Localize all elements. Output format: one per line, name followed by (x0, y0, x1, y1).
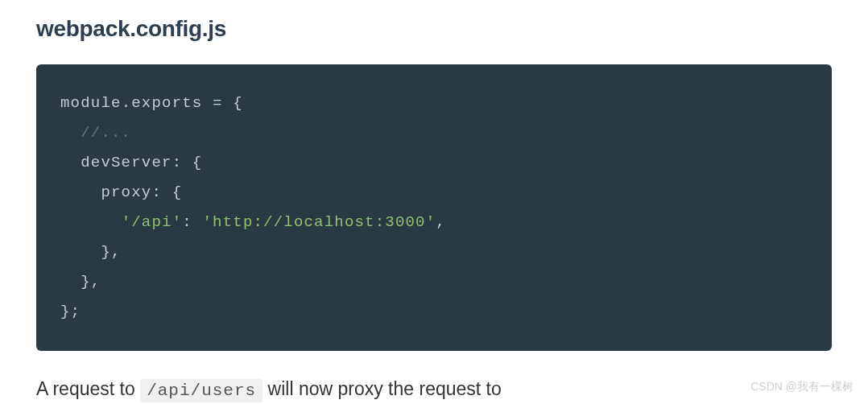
code-token: = (213, 94, 223, 112)
filename-heading: webpack.config.js (36, 16, 832, 42)
code-line-4: proxy: { (60, 178, 808, 208)
code-line-6: }, (60, 237, 808, 267)
code-token: { (182, 154, 202, 171)
code-token: . (122, 94, 132, 112)
code-block: module.exports = { //... devServer: { pr… (36, 64, 832, 351)
code-string: 'http://localhost:3000' (202, 213, 436, 231)
code-token: { (223, 94, 243, 112)
code-string: '/api' (122, 213, 183, 231)
document-container: webpack.config.js module.exports = { //.… (0, 0, 868, 404)
watermark: CSDN @我有一棵树 (750, 380, 854, 394)
body-paragraph: A request to /api/users will now proxy t… (36, 375, 832, 404)
code-line-3: devServer: { (60, 148, 808, 178)
code-comment: //... (60, 124, 131, 142)
code-line-8: }; (60, 297, 808, 327)
code-token: proxy (60, 183, 151, 201)
code-line-1: module.exports = { (60, 89, 808, 118)
code-token: : (151, 183, 162, 201)
code-token: : (182, 213, 192, 231)
code-token (192, 213, 203, 231)
code-token: }, (60, 273, 101, 291)
code-line-7: }, (60, 267, 808, 297)
body-text-before: A request to (36, 378, 140, 399)
code-token: }; (60, 303, 81, 320)
code-token: { (162, 183, 182, 201)
code-token (60, 213, 122, 231)
code-token: exports (131, 94, 213, 112)
code-token: : (172, 154, 183, 171)
inline-code: /api/users (140, 379, 262, 402)
code-token: module (60, 94, 122, 112)
code-token: , (436, 213, 446, 231)
body-text-after: will now proxy the request to (262, 378, 502, 399)
code-line-2: //... (60, 118, 808, 148)
code-token: }, (60, 243, 122, 261)
code-token: devServer (60, 154, 172, 171)
code-line-5: '/api': 'http://localhost:3000', (60, 208, 808, 237)
